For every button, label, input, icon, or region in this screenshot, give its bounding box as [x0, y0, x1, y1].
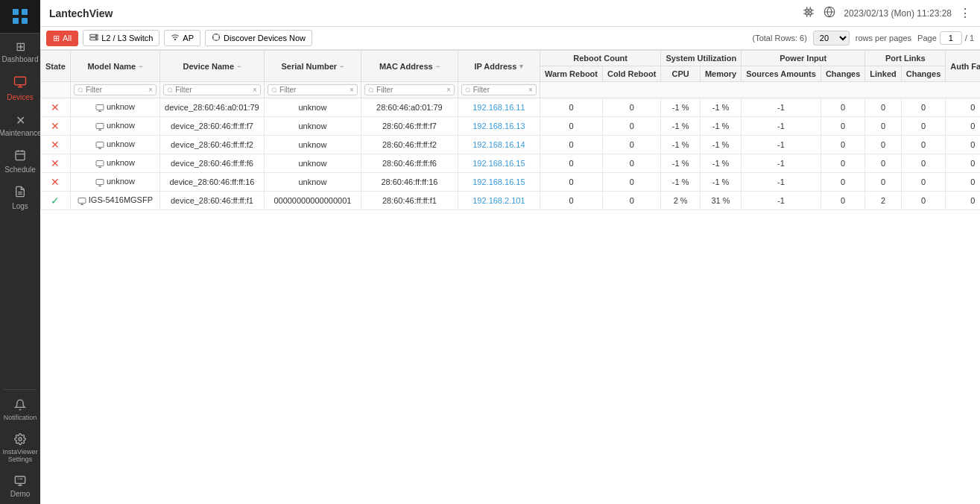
svg-rect-2 [13, 18, 19, 24]
cell-sources: -1 [742, 154, 821, 173]
filter-device-input[interactable] [175, 86, 250, 94]
cell-ip: 192.168.16.13 [458, 117, 540, 136]
cell-model: unknow [70, 98, 159, 117]
sidebar-item-label: Schedule [4, 166, 36, 174]
cell-sources: -1 [742, 173, 821, 192]
svg-rect-0 [13, 9, 19, 15]
cell-state: ✕ [41, 98, 71, 117]
cell-device: device_28:60:46:ff:ff:f7 [159, 117, 264, 136]
filter-serial-clear[interactable]: × [350, 86, 354, 94]
sidebar-item-devices[interactable]: Devices [0, 69, 40, 107]
cell-memory: -1 % [700, 98, 741, 117]
dashboard-icon: ⊞ [16, 40, 25, 54]
filter-model-clear[interactable]: × [148, 86, 153, 94]
table-row: ✕ unknow device_28:60:46:ff:ff:f7 unknow… [41, 117, 981, 136]
th-warm-reboot: Warm Reboot [540, 66, 602, 82]
cell-cpu: -1 % [661, 117, 701, 136]
sidebar-item-logs[interactable]: Logs [0, 180, 40, 216]
globe-icon[interactable] [823, 5, 836, 22]
status-error-icon: ✕ [51, 157, 60, 169]
more-icon[interactable]: ⋮ [959, 6, 971, 20]
svg-rect-12 [806, 12, 808, 14]
filter-mac-input[interactable] [376, 86, 444, 94]
sidebar-item-label: Notification [4, 414, 37, 421]
filter-l2l3-button[interactable]: L2 / L3 Switch [83, 30, 159, 46]
sidebar-item-maintenance[interactable]: ✕ Maintenance [0, 107, 40, 143]
rows-per-page-select[interactable]: 20 50 100 [813, 31, 850, 45]
svg-rect-39 [78, 198, 86, 203]
svg-rect-10 [806, 9, 808, 11]
cell-warm: 0 [540, 117, 602, 136]
cell-sources: -1 [742, 192, 821, 210]
cell-model: unknow [70, 117, 159, 136]
sidebar-item-notification[interactable]: Notification [0, 393, 40, 427]
topbar: LantechView [40, 0, 980, 27]
th-device: Device Name − [159, 51, 264, 82]
th-linked: Linked [865, 66, 901, 82]
sidebar-item-demo[interactable]: Demo [0, 469, 40, 504]
filter-model-input[interactable] [86, 86, 146, 94]
sidebar-item-dashboard[interactable]: ⊞ Dashboard [0, 34, 40, 69]
sidebar-item-label: Maintenance [0, 129, 42, 137]
filter-ip-clear[interactable]: × [528, 86, 533, 94]
cell-state: ✓ [41, 192, 71, 210]
cell-model: unknow [70, 154, 159, 173]
svg-rect-5 [16, 151, 25, 160]
cell-sources: -1 [742, 117, 821, 136]
sort-icon: − [237, 63, 241, 70]
cell-cold: 0 [603, 154, 661, 173]
svg-rect-38 [96, 179, 104, 184]
filter-all-button[interactable]: ⊞ All [46, 31, 78, 46]
svg-rect-11 [809, 9, 812, 11]
svg-rect-4 [15, 77, 26, 85]
cell-state: ✕ [41, 173, 71, 192]
th-cpu: CPU [661, 66, 701, 82]
th-filter-device: × [159, 82, 264, 98]
th-auth: Auth Failed [946, 51, 980, 82]
cell-serial: unknow [264, 136, 361, 154]
sidebar-item-schedule[interactable]: Schedule [0, 143, 40, 180]
filter-ip-input[interactable] [473, 86, 526, 94]
cell-serial: unknow [264, 154, 361, 173]
rows-per-pages-label: rows per pages [856, 34, 911, 42]
page-input[interactable] [940, 31, 962, 45]
th-pi-changes: Changes [821, 66, 864, 82]
cell-pl-changes: 0 [901, 136, 945, 154]
filter-device-clear[interactable]: × [253, 86, 257, 94]
svg-point-31 [272, 87, 276, 91]
cell-device: device_28:60:46:a0:01:79 [159, 98, 264, 117]
devices-table-container: State Model Name − Device Name − [40, 50, 980, 504]
network-icon[interactable] [802, 5, 815, 22]
cell-memory: -1 % [700, 136, 741, 154]
cell-cold: 0 [603, 173, 661, 192]
page-control: Page / 1 [917, 31, 974, 45]
th-state: State [41, 51, 71, 82]
discover-devices-button[interactable]: Discover Devices Now [205, 30, 312, 46]
svg-point-30 [168, 87, 172, 92]
sidebar-item-instaviewer[interactable]: InstaViewerSettings [0, 427, 40, 469]
th-power: Power Input [742, 51, 865, 66]
filter-ap-button[interactable]: AP [164, 30, 200, 46]
cell-memory: 31 % [700, 192, 741, 210]
main-content: LantechView [40, 0, 980, 504]
cell-memory: -1 % [700, 117, 741, 136]
cell-auth: 0 [946, 117, 980, 136]
cell-pl-changes: 0 [901, 173, 945, 192]
ap-icon [171, 33, 180, 43]
filter-mac-clear[interactable]: × [446, 86, 451, 94]
svg-point-27 [175, 39, 177, 40]
svg-point-26 [95, 39, 97, 40]
svg-rect-35 [96, 123, 104, 128]
cell-device: device_28:60:46:ff:ff:f2 [159, 136, 264, 154]
cell-cold: 0 [603, 136, 661, 154]
cell-serial: unknow [264, 117, 361, 136]
cell-device: device_28:60:46:ff:ff:f1 [159, 192, 264, 210]
cell-state: ✕ [41, 117, 71, 136]
svg-point-32 [369, 87, 373, 91]
filter-serial-input[interactable] [279, 86, 347, 94]
cell-model: IGS-5416MGSFP [70, 192, 159, 210]
cell-model: unknow [70, 173, 159, 192]
svg-rect-1 [22, 9, 28, 15]
cell-memory: -1 % [700, 154, 741, 173]
sidebar-bottom: Notification InstaViewerSettings Demo [0, 386, 40, 504]
